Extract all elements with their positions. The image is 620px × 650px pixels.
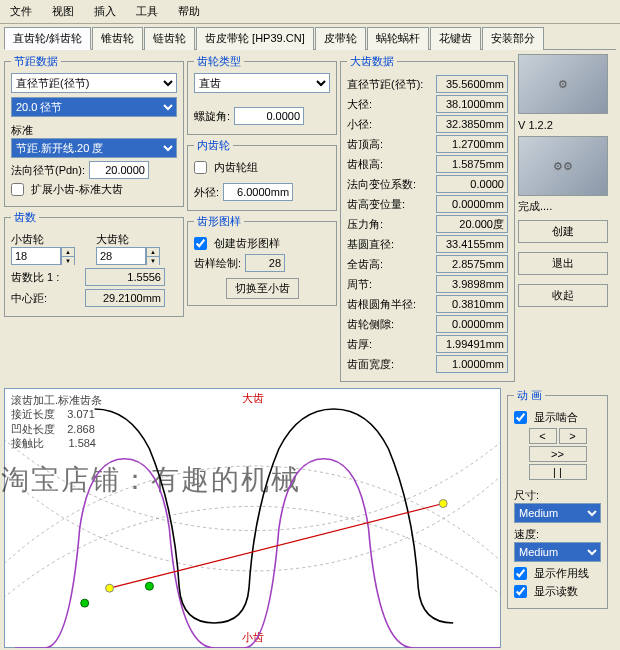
big-value-field xyxy=(436,235,508,253)
type-legend: 齿轮类型 xyxy=(194,54,244,69)
speed-select[interactable]: Medium xyxy=(514,542,601,562)
gear-type-select[interactable]: 直齿 xyxy=(194,73,330,93)
tab-bar: 直齿轮/斜齿轮 锥齿轮 链齿轮 齿皮带轮 [HP39.CN] 皮带轮 蜗轮蜗杆 … xyxy=(4,26,616,50)
pinion-spin[interactable]: ▲▼ xyxy=(61,247,75,265)
big-value-field xyxy=(436,135,508,153)
big-value-field xyxy=(436,315,508,333)
menu-insert[interactable]: 插入 xyxy=(84,2,126,21)
tab-bevel[interactable]: 锥齿轮 xyxy=(92,27,143,50)
version-label: V 1.2.2 xyxy=(518,119,608,131)
big-value-field xyxy=(436,275,508,293)
pattern-group: 齿形图样 创建齿形图样 齿样绘制: 切换至小齿 xyxy=(187,214,337,306)
svg-line-0 xyxy=(110,504,444,589)
ff-button[interactable]: >> xyxy=(529,446,587,462)
pdn-field[interactable] xyxy=(89,161,149,179)
size-select[interactable]: Medium xyxy=(514,503,601,523)
tab-install[interactable]: 安装部分 xyxy=(482,27,544,50)
internal-checkbox[interactable] xyxy=(194,161,207,174)
gear-label: 大齿轮 xyxy=(96,232,177,247)
plot-svg xyxy=(5,389,500,648)
tab-timing[interactable]: 齿皮带轮 [HP39.CN] xyxy=(196,27,314,50)
reading-checkbox[interactable] xyxy=(514,585,527,598)
menu-tools[interactable]: 工具 xyxy=(126,2,168,21)
engage-label: 显示啮合 xyxy=(534,410,578,425)
big-label: 法向变位系数: xyxy=(347,177,416,192)
big-label: 齿面宽度: xyxy=(347,357,394,372)
pause-button[interactable]: | | xyxy=(529,464,587,480)
big-row: 齿顶高: xyxy=(347,135,508,153)
tab-spline[interactable]: 花键齿 xyxy=(430,27,481,50)
pitch-legend: 节距数据 xyxy=(11,54,61,69)
big-label: 直径节距(径节): xyxy=(347,77,423,92)
ratio-label: 齿数比 1 : xyxy=(11,270,81,285)
big-row: 齿面宽度: xyxy=(347,355,508,373)
draw-field xyxy=(245,254,285,272)
big-row: 全齿高: xyxy=(347,255,508,273)
big-value-field xyxy=(436,335,508,353)
svg-point-1 xyxy=(106,584,114,592)
tab-sprocket[interactable]: 链齿轮 xyxy=(144,27,195,50)
svg-point-3 xyxy=(81,599,89,607)
switch-button[interactable]: 切换至小齿 xyxy=(226,278,299,299)
pinion-label: 小齿轮 xyxy=(11,232,92,247)
create-pattern-label: 创建齿形图样 xyxy=(214,236,280,251)
tab-pulley[interactable]: 皮带轮 xyxy=(315,27,366,50)
svg-point-4 xyxy=(145,582,153,590)
pitch-group: 节距数据 直径节距(径节) 20.0 径节 标准 节距.新开线.20 度 法向径… xyxy=(4,54,184,207)
engage-checkbox[interactable] xyxy=(514,411,527,424)
extend-checkbox[interactable] xyxy=(11,183,24,196)
preview-image-2: ⚙⚙ xyxy=(518,136,608,196)
svg-point-2 xyxy=(439,500,447,508)
big-label: 周节: xyxy=(347,277,372,292)
big-row: 直径节距(径节): xyxy=(347,75,508,93)
big-row: 小径: xyxy=(347,115,508,133)
big-value-field xyxy=(436,115,508,133)
big-label: 全齿高: xyxy=(347,257,383,272)
next-button[interactable]: > xyxy=(559,428,587,444)
pinion-teeth-field[interactable] xyxy=(11,247,61,265)
big-value-field xyxy=(436,175,508,193)
menu-file[interactable]: 文件 xyxy=(0,2,42,21)
exit-button[interactable]: 退出 xyxy=(518,252,608,275)
big-label: 齿顶高: xyxy=(347,137,383,152)
pitch-type-select[interactable]: 直径节距(径节) xyxy=(11,73,177,93)
big-row: 基圆直径: xyxy=(347,235,508,253)
tab-worm[interactable]: 蜗轮蜗杆 xyxy=(367,27,429,50)
action-line-label: 显示作用线 xyxy=(534,566,589,581)
big-value-field xyxy=(436,75,508,93)
gear-teeth-field[interactable] xyxy=(96,247,146,265)
internal-legend: 内齿轮 xyxy=(194,138,233,153)
big-gear-legend: 大齿数据 xyxy=(347,54,397,69)
big-row: 齿根圆角半径: xyxy=(347,295,508,313)
standard-select[interactable]: 节距.新开线.20 度 xyxy=(11,138,177,158)
big-value-field xyxy=(436,195,508,213)
standard-label: 标准 xyxy=(11,123,177,138)
menu-view[interactable]: 视图 xyxy=(42,2,84,21)
pitch-value-select[interactable]: 20.0 径节 xyxy=(11,97,177,117)
collapse-button[interactable]: 收起 xyxy=(518,284,608,307)
gear-spin[interactable]: ▲▼ xyxy=(146,247,160,265)
big-label: 压力角: xyxy=(347,217,383,232)
big-value-field xyxy=(436,215,508,233)
action-line-checkbox[interactable] xyxy=(514,567,527,580)
big-row: 齿厚: xyxy=(347,335,508,353)
big-row: 法向变位系数: xyxy=(347,175,508,193)
big-label: 齿根圆角半径: xyxy=(347,297,416,312)
size-label: 尺寸: xyxy=(514,488,601,503)
create-pattern-checkbox[interactable] xyxy=(194,237,207,250)
big-value-field xyxy=(436,95,508,113)
reading-label: 显示读数 xyxy=(534,584,578,599)
teeth-legend: 齿数 xyxy=(11,210,39,225)
menu-help[interactable]: 帮助 xyxy=(168,2,210,21)
internal-label: 内齿轮组 xyxy=(214,160,258,175)
helix-field[interactable] xyxy=(234,107,304,125)
big-value-field xyxy=(436,155,508,173)
tab-spur[interactable]: 直齿轮/斜齿轮 xyxy=(4,27,91,50)
speed-label: 速度: xyxy=(514,527,601,542)
big-value-field xyxy=(436,295,508,313)
done-label: 完成.... xyxy=(518,199,608,214)
create-button[interactable]: 创建 xyxy=(518,220,608,243)
od-field[interactable] xyxy=(223,183,293,201)
prev-button[interactable]: < xyxy=(529,428,557,444)
big-label: 齿厚: xyxy=(347,337,372,352)
